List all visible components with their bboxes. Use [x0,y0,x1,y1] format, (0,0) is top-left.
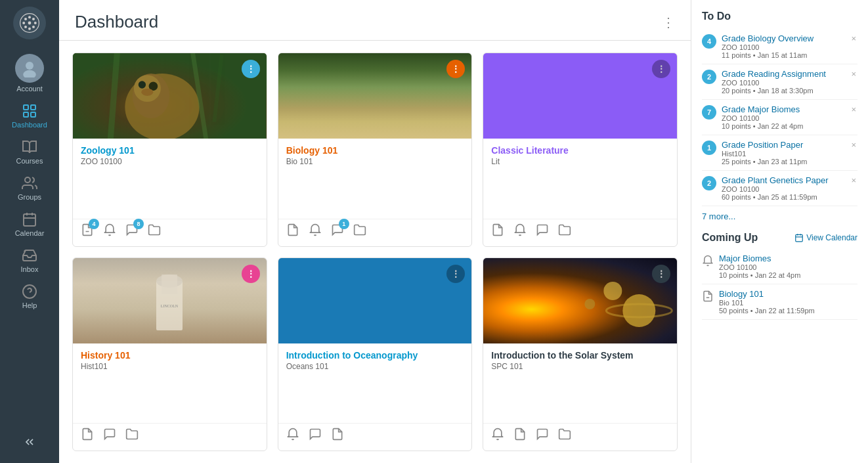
course-card-solar: ⋮ Introduction to the Solar System SPC 1… [483,257,678,452]
todo-content-1: Grade Reading Assignment ZOO 10100 20 po… [722,69,844,95]
todo-close-0[interactable]: × [850,33,857,43]
course-menu-solar[interactable]: ⋮ [652,265,670,283]
sidebar-item-help[interactable]: Help [0,278,59,315]
announcement-icon [702,255,714,269]
course-card-history: LINCOLN ⋮ History 101 Hist101 [72,257,267,452]
svg-rect-15 [31,112,35,117]
course-image-history: LINCOLN ⋮ [73,258,267,343]
todo-close-4[interactable]: × [850,175,857,185]
discussions-icon[interactable]: 1 [331,223,344,240]
todo-close-1[interactable]: × [850,69,857,79]
svg-point-5 [34,22,37,24]
assignment-icon[interactable] [286,223,299,240]
files-icon[interactable] [558,223,571,240]
todo-badge-3: 1 [702,141,716,155]
svg-rect-30 [73,53,267,139]
course-menu-oceanography[interactable]: ⋮ [446,265,465,283]
course-code-literature: Lit [491,157,669,166]
announcements-icon[interactable] [491,428,504,444]
course-title-biology[interactable]: Biology 101 [286,145,464,156]
todo-close-2[interactable]: × [850,104,857,114]
coming-content-1: Biology 101 Bio 101 50 points • Jan 22 a… [719,289,815,315]
course-menu-literature[interactable]: ⋮ [652,60,670,78]
sidebar-item-calendar[interactable]: Calendar [0,206,59,242]
todo-meta-1: ZOO 10100 20 points • Jan 18 at 3:30pm [722,79,844,95]
files-icon[interactable] [558,428,571,444]
sidebar-item-label: Dashboard [12,121,47,129]
assignment-icon[interactable] [331,428,344,444]
todo-content-2: Grade Major Biomes ZOO 10100 10 points •… [722,104,844,130]
course-body-literature: Classic Literature Lit [483,139,677,219]
discussions-icon[interactable] [536,223,549,240]
svg-rect-14 [24,112,28,117]
todo-badge-2: 7 [702,105,716,120]
course-image-solar: ⋮ [483,258,677,343]
course-title-literature[interactable]: Classic Literature [491,145,669,156]
course-body-oceanography: Introduction to Oceanography Oceans 101 [278,343,472,424]
todo-title-0[interactable]: Grade Biology Overview [722,33,844,43]
course-menu-zoology[interactable]: ⋮ [242,60,260,78]
svg-rect-13 [31,105,35,110]
todo-item-1: 2 Grade Reading Assignment ZOO 10100 20 … [702,64,857,100]
course-card-oceanography: ⋮ Introduction to Oceanography Oceans 10… [278,257,473,452]
assignment-icon[interactable] [513,428,527,444]
todo-title-2[interactable]: Grade Major Biomes [722,104,844,114]
sidebar-item-groups[interactable]: Groups [0,170,59,206]
announcements-icon[interactable] [103,223,116,240]
course-card-literature: ⋮ Classic Literature Lit [483,53,678,247]
view-calendar-button[interactable]: View Calendar [794,233,857,242]
svg-point-8 [32,18,35,20]
assignment-badge: 4 [89,219,99,229]
page-header: Dashboard ⋮ [59,0,691,41]
discussions-icon[interactable] [309,428,322,444]
announcements-icon[interactable] [513,223,527,240]
coming-up-title: Coming Up [702,232,758,244]
files-icon[interactable] [353,223,366,240]
sidebar-item-dashboard[interactable]: Dashboard [0,98,59,134]
svg-rect-12 [24,105,28,110]
course-title-zoology[interactable]: Zoology 101 [81,145,259,156]
sidebar-item-account[interactable]: Account [0,49,59,98]
files-icon[interactable] [125,428,139,444]
sidebar-item-inbox[interactable]: Inbox [0,242,59,278]
course-title-solar[interactable]: Introduction to the Solar System [491,350,669,361]
coming-meta-0: ZOO 10100 10 points • Jan 22 at 4pm [719,263,800,279]
files-icon[interactable] [148,223,161,240]
sidebar-item-label: Groups [18,193,41,201]
sidebar-item-label: Account [16,85,43,93]
announcements-icon[interactable] [309,223,322,240]
course-footer-literature [483,219,677,246]
svg-point-41 [604,282,622,300]
course-menu-history[interactable]: ⋮ [242,265,260,283]
discussions-icon[interactable]: 8 [125,223,139,240]
coming-title-1[interactable]: Biology 101 [719,289,815,299]
more-options-icon[interactable]: ⋮ [662,14,675,30]
app-logo[interactable] [13,7,46,39]
main-content: Dashboard ⋮ [59,0,691,463]
assignment-icon[interactable]: 4 [81,223,94,240]
course-body-zoology: Zoology 101 ZOO 10100 [73,139,267,219]
svg-point-3 [28,28,31,30]
collapse-sidebar-button[interactable] [0,428,59,456]
todo-title-1[interactable]: Grade Reading Assignment [722,69,844,79]
todo-meta-2: ZOO 10100 10 points • Jan 22 at 4pm [722,114,844,130]
todo-more-link[interactable]: 7 more... [702,206,857,229]
sidebar: Account Dashboard Courses Groups [0,0,59,463]
coming-title-0[interactable]: Major Biomes [719,254,800,263]
svg-point-2 [28,16,31,18]
todo-close-3[interactable]: × [850,140,857,150]
course-title-oceanography[interactable]: Introduction to Oceanography [286,350,464,361]
todo-item-3: 1 Grade Position Paper Hist101 25 points… [702,135,857,171]
assignment-icon[interactable] [491,223,504,240]
assignment-icon[interactable] [81,428,94,444]
svg-point-10 [26,62,33,70]
discussions-icon[interactable] [536,428,549,444]
announcements-icon[interactable] [286,428,299,444]
course-code-history: Hist101 [81,362,259,371]
course-title-history[interactable]: History 101 [81,350,259,361]
todo-title-4[interactable]: Grade Plant Genetics Paper [722,175,844,185]
discussions-icon[interactable] [103,428,116,444]
right-panel: To Do 4 Grade Biology Overview ZOO 10100… [691,0,868,463]
sidebar-item-courses[interactable]: Courses [0,134,59,170]
todo-title-3[interactable]: Grade Position Paper [722,140,844,150]
